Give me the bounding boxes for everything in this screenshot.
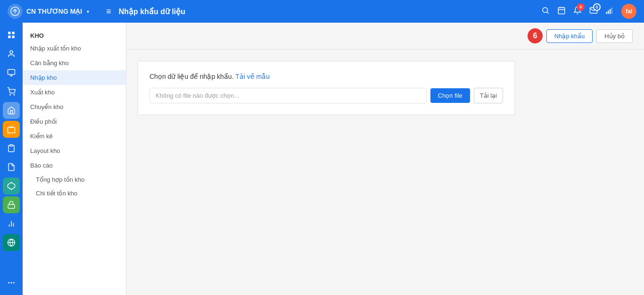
header-logo[interactable]: CN THƯƠNG MẠI ▾ (8, 4, 89, 19)
svg-point-1 (543, 8, 548, 13)
signal-icon (605, 6, 614, 17)
mail-badge: 0 (593, 3, 601, 11)
search-button[interactable] (541, 6, 550, 17)
sidebar-icon-hexagon[interactable] (3, 177, 20, 194)
avatar[interactable]: fal (621, 4, 636, 19)
sidebar-item-bao-cao[interactable]: Báo cáo (23, 158, 126, 173)
sidebar-item-chi-tiet-ton-kho[interactable]: Chi tiết tồn kho (23, 186, 126, 200)
sidebar-item-can-bang-kho[interactable]: Cân bằng kho (23, 56, 126, 70)
header: CN THƯƠNG MẠI ▾ ≡ Nhập khẩu dữ liệu 0 0 (0, 0, 644, 23)
sidebar-item-nhap-kho[interactable]: Nhập kho (23, 70, 126, 85)
icon-sidebar (0, 23, 23, 295)
svg-point-24 (8, 282, 9, 284)
sidebar-item-nhap-xuat-ton-kho[interactable]: Nhập xuất tồn kho (23, 41, 126, 56)
svg-rect-5 (610, 9, 611, 14)
svg-rect-6 (611, 8, 612, 14)
sidebar-icon-warehouse[interactable] (3, 102, 20, 119)
svg-point-13 (10, 94, 11, 95)
file-placeholder: Không có file nào được chọn... (149, 88, 427, 103)
svg-rect-18 (8, 204, 15, 208)
sidebar-item-tong-hop-ton-kho[interactable]: Tổng hợp tồn kho (23, 173, 126, 186)
mail-button[interactable]: 0 (589, 6, 598, 17)
import-button[interactable]: Nhập khẩu (546, 29, 593, 43)
sidebar-item-xuat-kho[interactable]: Xuất kho (23, 85, 126, 100)
svg-rect-12 (8, 69, 15, 75)
sidebar-icon-cart[interactable] (3, 83, 20, 100)
brand-name: CN THƯƠNG MẠI (26, 8, 82, 15)
svg-rect-9 (8, 36, 10, 38)
reload-button[interactable]: Tải lại (474, 88, 503, 103)
svg-rect-4 (608, 10, 609, 14)
svg-rect-3 (606, 12, 607, 14)
sidebar-icon-more[interactable] (3, 274, 20, 291)
menu-icon[interactable]: ≡ (106, 7, 111, 17)
bell-badge: 0 (577, 3, 585, 11)
sidebar-icon-chart[interactable] (3, 215, 20, 232)
sidebar-icon-globe[interactable] (3, 234, 20, 251)
calendar-button[interactable] (557, 6, 566, 17)
sidebar-icon-users[interactable] (3, 45, 20, 62)
svg-rect-8 (12, 32, 15, 34)
nav-sidebar: KHO Nhập xuất tồn kho Cân bằng kho Nhập … (23, 23, 126, 295)
svg-rect-16 (10, 145, 13, 146)
svg-point-25 (11, 282, 12, 284)
content-header: 6 Nhập khẩu Hủy bỏ (126, 23, 644, 50)
content-body: Chọn dữ liệu để nhập khẩu. Tải về mẫu Kh… (126, 50, 644, 295)
svg-point-14 (14, 94, 15, 95)
import-card: Chọn dữ liệu để nhập khẩu. Tải về mẫu Kh… (138, 61, 515, 115)
svg-point-26 (13, 282, 15, 284)
sidebar-icon-monitor[interactable] (3, 64, 20, 81)
sidebar-icon-clipboard[interactable] (3, 140, 20, 157)
sidebar-icon-lock[interactable] (3, 196, 20, 213)
svg-marker-17 (8, 183, 15, 190)
main-layout: KHO Nhập xuất tồn kho Cân bằng kho Nhập … (0, 23, 644, 295)
nav-section-kho: KHO (23, 28, 126, 41)
svg-point-11 (10, 51, 13, 53)
brand-chevron: ▾ (87, 9, 89, 14)
sidebar-item-kiem-ke[interactable]: Kiểm kê (23, 129, 126, 143)
sidebar-icon-dashboard[interactable] (3, 26, 20, 43)
choose-file-button[interactable]: Chọn file (430, 88, 470, 103)
file-input-row: Không có file nào được chọn... Chọn file… (149, 88, 503, 103)
sidebar-item-dieu-phoi[interactable]: Điều phối (23, 114, 126, 129)
content-area: 6 Nhập khẩu Hủy bỏ Chọn dữ liệu để nhập … (126, 23, 644, 295)
download-template-link[interactable]: Tải về mẫu (235, 73, 270, 80)
header-icons: 0 0 fal (541, 4, 636, 19)
svg-rect-10 (12, 36, 15, 38)
import-card-title: Chọn dữ liệu để nhập khẩu. Tải về mẫu (149, 73, 503, 80)
svg-rect-15 (8, 127, 15, 133)
cancel-button[interactable]: Hủy bỏ (596, 29, 633, 43)
page-title: Nhập khẩu dữ liệu (119, 7, 541, 16)
sidebar-item-chuyen-kho[interactable]: Chuyển kho (23, 100, 126, 114)
sidebar-icon-building[interactable] (3, 121, 20, 138)
bell-button[interactable]: 0 (573, 6, 582, 17)
svg-rect-7 (8, 32, 10, 34)
sidebar-item-layout-kho[interactable]: Layout kho (23, 143, 126, 158)
sidebar-icon-document[interactable] (3, 159, 20, 176)
logo-icon (8, 4, 23, 19)
step-badge: 6 (528, 28, 543, 43)
svg-rect-2 (558, 8, 565, 14)
